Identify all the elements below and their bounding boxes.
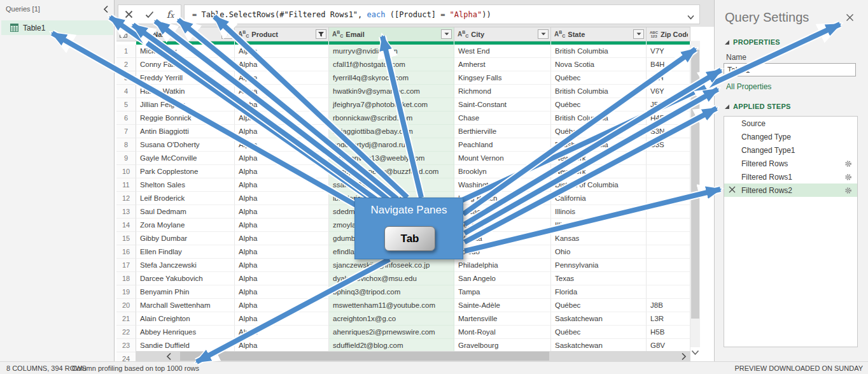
applied-step-changed-type1[interactable]: Changed Type1 xyxy=(724,143,857,157)
table-cell[interactable]: Gravelbourg xyxy=(454,339,551,352)
column-dropdown-button[interactable] xyxy=(538,29,549,39)
table-cell[interactable]: Wichita xyxy=(454,232,551,245)
row-number[interactable]: 24 xyxy=(116,352,136,361)
table-cell[interactable]: Texas xyxy=(551,272,647,285)
add-step-button[interactable]: fx xyxy=(162,6,179,23)
table-cell[interactable]: Tampa xyxy=(454,285,551,299)
table-cell[interactable]: Park Copplestone xyxy=(136,165,235,178)
table-cell[interactable]: V6Y xyxy=(647,85,690,98)
column-header-city[interactable]: ABCCity xyxy=(454,27,551,41)
table-cell[interactable]: Marchall Swettenham xyxy=(136,299,235,312)
table-cell[interactable]: Alpha xyxy=(235,219,329,232)
table-cell[interactable] xyxy=(647,272,690,285)
table-cell[interactable]: San Angelo xyxy=(454,272,551,285)
column-header-zip-code[interactable]: ABC123Zip Code xyxy=(647,27,690,41)
table-cell[interactable] xyxy=(647,245,690,259)
table-cell[interactable]: Philadelphia xyxy=(454,259,551,272)
delete-step-icon[interactable] xyxy=(729,185,736,194)
row-number[interactable]: 7 xyxy=(116,125,136,138)
row-number[interactable]: 10 xyxy=(116,165,136,178)
table-cell[interactable]: ssales92@t.co xyxy=(329,178,454,192)
table-cell[interactable]: H4P xyxy=(647,111,690,125)
table-cell[interactable]: Sandie Duffield xyxy=(136,339,235,352)
table-cell[interactable]: Alpha xyxy=(235,285,329,299)
table-cell[interactable]: B3S xyxy=(647,138,690,152)
status-profiling-info[interactable]: Column profiling based on top 1000 rows xyxy=(72,364,199,372)
table-cell[interactable]: Stefa Janczewski xyxy=(136,259,235,272)
applied-step-filtered-rows[interactable]: Filtered Rows xyxy=(724,157,857,170)
gear-icon[interactable] xyxy=(844,173,852,183)
table-cell[interactable]: Florida xyxy=(551,285,647,299)
table-cell[interactable]: Alpha xyxy=(235,85,329,98)
table-cell[interactable]: Jillian Feighry xyxy=(136,98,235,111)
close-query-settings-button[interactable] xyxy=(846,11,854,24)
table-cell[interactable]: Mickie Urry xyxy=(136,45,235,58)
table-cell[interactable]: Shelton Sales xyxy=(136,178,235,192)
collapse-queries-button[interactable] xyxy=(103,4,109,16)
table-cell[interactable]: Saul Dedmam xyxy=(136,205,235,219)
row-number[interactable]: 3 xyxy=(116,71,136,85)
table-cell[interactable]: Mount Vernon xyxy=(454,152,551,165)
table-cell[interactable]: Richmond xyxy=(454,85,551,98)
applied-step-source[interactable]: Source xyxy=(724,117,857,130)
row-number[interactable]: 1 xyxy=(116,45,136,58)
scroll-down-button[interactable] xyxy=(691,347,699,358)
column-header-email[interactable]: ABCEmail xyxy=(329,27,454,41)
table-cell[interactable] xyxy=(647,259,690,272)
table-cell[interactable] xyxy=(647,232,690,245)
query-name-input[interactable] xyxy=(724,63,856,76)
table-cell[interactable]: Alpha xyxy=(235,259,329,272)
column-header-product[interactable]: ABCProduct xyxy=(235,27,329,41)
table-cell[interactable]: Benyamin Phin xyxy=(136,285,235,299)
table-cell[interactable]: B4H xyxy=(647,58,690,71)
column-header-name[interactable]: ABCName xyxy=(136,27,235,41)
table-cell[interactable]: Alpha xyxy=(235,339,329,352)
row-number[interactable]: 23 xyxy=(116,339,136,352)
table-cell[interactable]: British Columbia xyxy=(551,85,647,98)
formula-dropdown-button[interactable] xyxy=(687,11,694,22)
table-cell[interactable] xyxy=(647,152,690,165)
table-cell[interactable]: Alpha xyxy=(235,312,329,326)
all-properties-link[interactable]: All Properties xyxy=(726,82,771,91)
table-cell[interactable]: Saskatchewan xyxy=(551,312,647,326)
gear-icon[interactable] xyxy=(844,160,852,169)
table-cell[interactable]: Chase xyxy=(454,111,551,125)
table-cell[interactable]: Peachland xyxy=(454,138,551,152)
row-number[interactable]: 4 xyxy=(116,85,136,98)
table-cell[interactable]: Alpha xyxy=(235,326,329,339)
table-cell[interactable]: mswettenham11@youtube.com xyxy=(329,299,454,312)
table-cell[interactable]: Alpha xyxy=(235,205,329,219)
row-number[interactable]: 12 xyxy=(116,192,136,205)
table-menu-button[interactable] xyxy=(116,27,136,41)
table-cell[interactable]: Washington xyxy=(454,178,551,192)
table-cell[interactable]: Alpha xyxy=(235,45,329,58)
table-cell[interactable]: Kansas xyxy=(551,232,647,245)
table-cell[interactable]: L3R xyxy=(647,312,690,326)
table-cell[interactable]: West End xyxy=(454,45,551,58)
table-cell[interactable]: jfeighrya7@photobucket.com xyxy=(329,98,454,111)
table-cell[interactable]: Alpha xyxy=(235,272,329,285)
cancel-button[interactable] xyxy=(120,6,137,23)
column-dropdown-button[interactable] xyxy=(633,29,644,39)
table-cell[interactable]: Reggie Bonnick xyxy=(136,111,235,125)
table-cell[interactable]: Illinois xyxy=(551,219,647,232)
table-cell[interactable]: Alpha xyxy=(235,152,329,165)
table-cell[interactable]: Alpha xyxy=(235,111,329,125)
table-cell[interactable]: Mont-Royal xyxy=(454,326,551,339)
table-cell[interactable]: Alpha xyxy=(235,192,329,205)
table-cell[interactable]: Pennsylvania xyxy=(551,259,647,272)
table-cell[interactable]: Gibby Dumbar xyxy=(136,232,235,245)
table-cell[interactable]: Alain Creighton xyxy=(136,312,235,326)
table-cell[interactable]: Chicago xyxy=(454,205,551,219)
table-cell[interactable]: Ellen Findlay xyxy=(136,245,235,259)
table-cell[interactable]: Alpha xyxy=(235,125,329,138)
table-cell[interactable]: sjanczewskiiq@infoseek.co.jp xyxy=(329,259,454,272)
table-cell[interactable]: Alpha xyxy=(235,232,329,245)
applied-step-filtered-rows2[interactable]: Filtered Rows2 xyxy=(724,183,857,197)
table-cell[interactable]: bphinq3@tripod.com xyxy=(329,285,454,299)
commit-button[interactable] xyxy=(141,6,158,23)
row-number[interactable]: 13 xyxy=(116,205,136,219)
table-cell[interactable]: Conny Fall xyxy=(136,58,235,71)
table-cell[interactable]: Toledo xyxy=(454,245,551,259)
table-cell[interactable]: Sainte-Adèle xyxy=(454,299,551,312)
